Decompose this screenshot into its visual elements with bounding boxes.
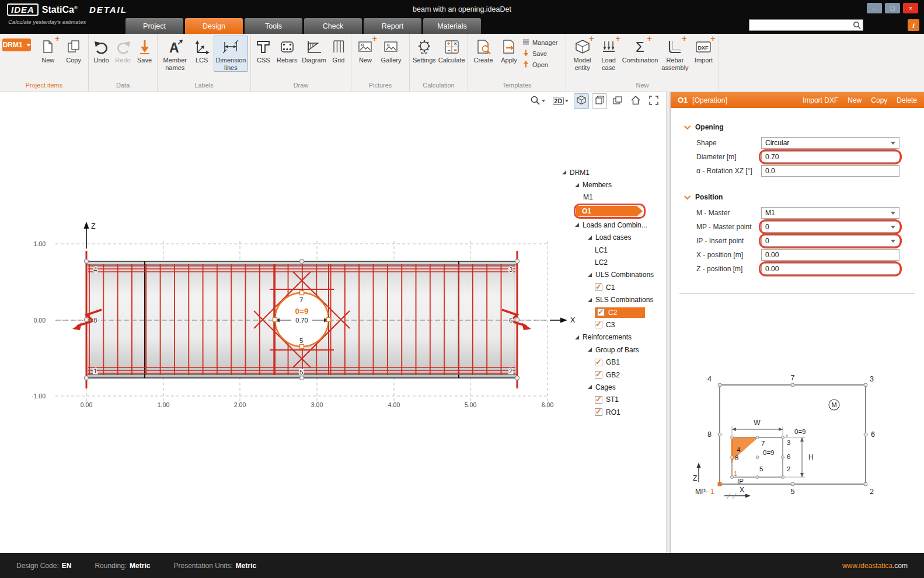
undo-icon [92, 37, 111, 56]
model-entity-icon: + [573, 37, 592, 56]
master-point-select[interactable]: 0 [761, 221, 899, 233]
tree-item-drm1[interactable]: DRM1 [562, 166, 666, 178]
close-button[interactable]: × [903, 3, 918, 13]
tree-expander-icon[interactable] [588, 298, 592, 302]
copy-operation-button[interactable]: Copy [871, 96, 887, 104]
rebar-assembly-button[interactable]: + Rebar assembly [660, 36, 690, 72]
tab-project[interactable]: Project [125, 18, 183, 34]
tree-item-gb2[interactable]: GB2 [595, 369, 666, 381]
tree-expander-icon[interactable] [575, 183, 579, 187]
settings-button[interactable]: </> Settings [412, 36, 437, 65]
minimize-button[interactable]: – [867, 3, 882, 13]
website-link[interactable]: www.ideastatica.com [842, 562, 908, 570]
section-position[interactable]: Position [686, 193, 924, 201]
template-apply-icon [500, 37, 518, 56]
tree-item-load-cases[interactable]: Load cases [588, 232, 666, 244]
template-apply-button[interactable]: Apply [497, 36, 521, 65]
css-button[interactable]: CSS [253, 36, 274, 65]
template-open-button[interactable]: Open [522, 60, 557, 69]
shape-select[interactable]: Circular [761, 137, 899, 149]
new-operation-button[interactable]: New [848, 96, 862, 104]
tree-expander-icon[interactable] [588, 348, 592, 352]
model-entity-button[interactable]: + Model entity [569, 36, 596, 72]
member-names-button[interactable]: A Member names [160, 36, 190, 72]
import-dxf-button[interactable]: Import DXF [803, 96, 838, 104]
tree-item-m1[interactable]: M1 [583, 191, 666, 204]
tab-report[interactable]: Report [364, 18, 421, 34]
tree-item-lc1[interactable]: LC1 [595, 244, 666, 256]
tab-design[interactable]: Design [185, 18, 243, 34]
template-manager-button[interactable]: Manager [522, 38, 557, 47]
search-input[interactable] [749, 20, 851, 30]
redo-button[interactable]: Redo [113, 36, 133, 65]
delete-operation-button[interactable]: Delete [897, 96, 917, 104]
save-button[interactable]: Save [134, 36, 155, 65]
section-opening[interactable]: Opening [686, 123, 924, 131]
dxf-import-button[interactable]: DXF + Import [691, 36, 716, 65]
tree-item-lc2[interactable]: LC2 [595, 256, 666, 268]
tree-item-c2[interactable]: C2 [595, 306, 666, 318]
new-picture-button[interactable]: + New [354, 36, 377, 65]
tree-item-cages[interactable]: Cages [588, 381, 666, 393]
template-create-button[interactable]: Create [470, 36, 496, 65]
tree-expander-icon[interactable] [575, 335, 579, 339]
calculate-button[interactable]: +×−= Calculate [438, 36, 466, 65]
tree-item-gb1[interactable]: GB1 [595, 356, 666, 368]
checkbox-checked[interactable] [595, 321, 602, 328]
insert-point-select[interactable]: 0 [761, 235, 899, 247]
checkbox-checked[interactable] [595, 359, 602, 366]
tab-materials[interactable]: Materials [423, 18, 481, 34]
combination-sigma-icon: Σ + [631, 37, 650, 56]
x-position-input[interactable]: 0.00 [761, 249, 899, 261]
tree-expander-icon[interactable] [575, 223, 579, 227]
tree-expander-icon[interactable] [588, 236, 592, 240]
tree-item-c3[interactable]: C3 [595, 318, 666, 331]
load-case-button[interactable]: + Load case [597, 36, 620, 72]
tree-item-ro1[interactable]: RO1 [595, 406, 666, 418]
svg-text:0.00: 0.00 [81, 401, 93, 408]
new-project-item-button[interactable]: + New [36, 36, 60, 65]
info-button[interactable]: i [908, 19, 919, 31]
svg-text:0.70: 0.70 [295, 317, 308, 324]
tree-item-sls[interactable]: SLS Combinations [588, 294, 666, 306]
undo-button[interactable]: Undo [91, 36, 111, 65]
checkbox-checked[interactable] [597, 309, 605, 316]
drawing-canvas[interactable]: 2D [0, 92, 666, 553]
grid-button[interactable]: Grid [329, 36, 348, 65]
template-save-button[interactable]: Save [522, 49, 557, 58]
tree-expander-icon[interactable] [588, 273, 592, 277]
checkbox-checked[interactable] [595, 408, 602, 416]
gallery-button[interactable]: Gallery [378, 36, 404, 65]
checkbox-checked[interactable] [595, 396, 602, 404]
master-select[interactable]: M1 [761, 207, 899, 219]
checkbox-checked[interactable] [595, 283, 602, 291]
tab-check[interactable]: Check [304, 18, 362, 34]
tree-item-uls[interactable]: ULS Combinations [588, 269, 666, 281]
copy-project-item-button[interactable]: Copy [61, 36, 86, 65]
lcs-button[interactable]: LCS [191, 36, 212, 65]
svg-text:4: 4 [707, 375, 712, 383]
tree-item-o1[interactable]: O1 [574, 204, 666, 219]
diameter-input[interactable]: 0.70 [761, 151, 899, 163]
vertical-scrollbar[interactable] [666, 92, 670, 553]
rotation-input[interactable]: 0.0 [761, 165, 899, 177]
checkbox-checked[interactable] [595, 371, 602, 379]
rebars-button[interactable]: Rebars [275, 36, 299, 65]
dxf-file-icon: DXF + [694, 37, 713, 56]
z-position-input[interactable]: 0.00 [761, 263, 899, 275]
tree-item-group-of-bars[interactable]: Group of Bars [588, 344, 666, 356]
maximize-button[interactable]: □ [885, 3, 900, 13]
search-icon[interactable] [851, 21, 863, 29]
tree-item-c1[interactable]: C1 [595, 281, 666, 293]
tree-item-members[interactable]: Members [575, 178, 666, 191]
project-item-selector[interactable]: DRM1 [2, 38, 31, 51]
tree-expander-icon[interactable] [562, 170, 566, 174]
combination-button[interactable]: Σ + Combination [621, 36, 659, 65]
diagram-button[interactable]: Diagram [301, 36, 327, 65]
tree-item-reinforcements[interactable]: Reinforcements [575, 331, 666, 344]
dimension-lines-button[interactable]: Dimension lines [214, 36, 248, 72]
tree-item-loads[interactable]: Loads and Combin... [575, 219, 666, 231]
tree-expander-icon[interactable] [588, 385, 592, 389]
tab-tools[interactable]: Tools [245, 18, 302, 34]
tree-item-st1[interactable]: ST1 [595, 394, 666, 406]
